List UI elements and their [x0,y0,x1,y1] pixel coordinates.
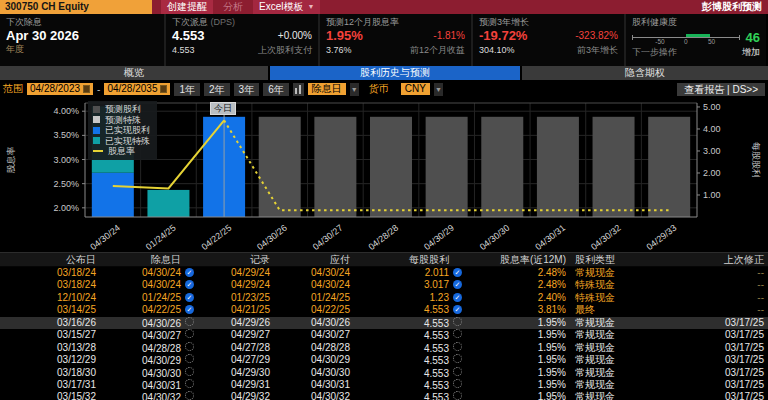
panel-forecast-yield: 预测12个月股息率 1.95% -1.81% 3.76% 前12个月收益 [320,14,473,66]
table-body: 03/18/2404/30/24✓04/29/2404/30/242.011✓2… [0,267,768,400]
bar-segment-forecast [314,117,356,217]
cell-dividend-type: 常规现金 [570,317,688,329]
y-axis-tick-right: 1.00 [703,190,721,200]
health-label: 股利健康度 [632,17,760,28]
bar-segment-forecast [481,117,523,217]
table-row[interactable]: 03/18/2404/30/24✓04/29/2404/30/243.017✓2… [0,279,768,291]
top-bar: 300750 CH Equity 创建提醒 分析 Excel模板 ▼ 彭博股利预… [0,0,768,14]
confirmed-check-icon: ✓ [185,293,194,302]
legend-item[interactable]: 已实现特殊 [93,136,150,147]
y-axis-tick-right: 2.00 [703,168,721,178]
table-row[interactable]: 12/10/2401/24/25✓01/23/2501/24/251.23✓2.… [0,292,768,304]
currency-select[interactable]: CNY [401,83,430,95]
legend-label: 已实现特殊 [105,136,150,147]
cell-ex-date: 04/30/27 [100,329,198,341]
create-alert-button[interactable]: 创建提醒 [161,0,213,14]
excel-template-button[interactable]: Excel模板 ▼ [253,0,320,14]
date-type-select[interactable]: 除息日 [308,83,346,95]
table-row[interactable]: 03/18/3004/30/3004/29/3004/30/304.5531.9… [0,367,768,379]
chart-legend: 预测股利预测特殊已实现股利已实现特殊股息率 [88,101,157,160]
cell-dps: 3.017✓ [354,279,466,291]
cell-announce-date: 03/18/24 [0,279,100,291]
legend-label: 已实现股利 [105,125,150,136]
period-3y-button[interactable]: 3年 [234,83,260,96]
column-header: 股利类型 [570,253,688,266]
x-axis-label: 04/30/32 [589,223,623,252]
cell-dps: 4.553✓ [354,304,466,316]
column-header: 公布日 [0,253,100,266]
x-axis-label: 01/24/25 [144,223,178,252]
pending-circle-icon [185,342,194,351]
table-row[interactable]: 03/16/2604/30/2604/29/2604/30/264.5531.9… [0,317,768,329]
panel-dividend-health: 股利健康度 -50 0 50 46 下一步操作 增加 [626,14,766,66]
view-report-button[interactable]: 查看报告 | DS>> [677,83,765,96]
tab-implied-options[interactable]: 隐含期权 [522,66,768,80]
cell-record-date: 04/27/28 [198,342,274,354]
legend-item[interactable]: 预测特殊 [93,115,150,126]
legend-item[interactable]: 股息率 [93,146,150,157]
cell-announce-date: 03/12/29 [0,354,100,366]
y-axis-title-left: 股息率 [6,147,16,174]
ticker-input[interactable]: 300750 CH Equity [0,0,152,14]
cell-dps: 4.553 [354,379,466,391]
cell-record-date: 04/29/26 [198,317,274,329]
period-6y-button[interactable]: 6年 [263,83,289,96]
cell-last-revised: 03/17/25 [688,367,768,379]
chevron-down-icon[interactable]: ▼ [350,83,359,96]
max-range-icon[interactable] [293,83,304,96]
cell-record-date: 04/29/24 [198,279,274,291]
cell-dividend-type: 常规现金 [570,379,688,391]
cell-last-revised: 03/17/25 [688,391,768,400]
table-row[interactable]: 03/15/2704/30/2704/29/2704/30/274.5531.9… [0,329,768,341]
pending-circle-icon [453,379,462,388]
tab-overview[interactable]: 概览 [0,66,268,80]
legend-swatch [93,106,100,113]
period-2y-button[interactable]: 2年 [204,83,230,96]
table-row[interactable]: 03/13/2804/28/2804/27/2804/28/284.5531.9… [0,342,768,354]
table-row[interactable]: 03/12/2904/30/2904/27/2904/30/294.5531.9… [0,354,768,366]
legend-item[interactable]: 预测股利 [93,104,150,115]
bar-segment-forecast [537,117,579,217]
cell-announce-date: 12/10/24 [0,292,100,304]
panel-next-dps: 下次派息 (DPS) 4.553 +0.00% 4.553 上次股利支付 [166,14,320,66]
range-start-input[interactable]: 04/28/2023 [27,83,93,95]
analyze-button[interactable]: 分析 [220,0,246,14]
cell-dps: 4.553 [354,367,466,379]
stats-strip: 下次除息 Apr 30 2026 年度 下次派息 (DPS) 4.553 +0.… [0,14,768,66]
pending-circle-icon [453,317,462,326]
cell-last-revised: -- [688,279,768,291]
cell-last-revised: -- [688,267,768,279]
cell-ex-date: 04/30/30 [100,367,198,379]
cell-record-date: 04/29/27 [198,329,274,341]
table-row[interactable]: 03/15/3204/30/3204/29/3204/30/324.5531.9… [0,391,768,400]
next-action-value: 增加 [742,47,760,58]
cell-dps: 4.553 [354,329,466,341]
table-row[interactable]: 03/17/3104/30/3104/29/3104/30/314.5531.9… [0,379,768,391]
cell-dps: 2.011✓ [354,267,466,279]
cell-record-date: 04/29/31 [198,379,274,391]
legend-item[interactable]: 已实现股利 [93,125,150,136]
table-row[interactable]: 03/14/2504/22/25✓04/21/2504/22/254.553✓3… [0,304,768,316]
x-axis-label: 04/30/30 [478,223,512,252]
period-1y-button[interactable]: 1年 [174,83,200,96]
range-end-input[interactable]: 04/28/2035 [104,83,170,95]
x-axis-label: 04/30/29 [422,223,456,252]
cell-ex-date: 04/30/24✓ [100,267,198,279]
legend-label: 股息率 [108,146,135,157]
range-start-value: 04/28/2023 [30,83,80,95]
cell-dps: 4.553 [354,342,466,354]
confirmed-check-icon: ✓ [453,305,462,314]
pending-circle-icon [185,317,194,326]
pending-circle-icon [185,379,194,388]
table-row[interactable]: 03/18/2404/30/24✓04/29/2404/30/242.011✓2… [0,267,768,279]
dividend-chart: 2.00%2.50%3.00%3.50%4.00%1.002.003.004.0… [0,98,768,252]
cell-payable-date: 04/30/30 [274,367,354,379]
trailing-growth-label: 前3年增长 [577,45,618,56]
cell-dividend-type: 最终 [570,304,688,316]
tab-dividend-history-forecast[interactable]: 股利历史与预测 [270,66,520,80]
legend-swatch [93,127,100,134]
cell-last-revised: 03/17/25 [688,329,768,341]
chevron-down-icon[interactable]: ▼ [434,83,443,96]
chevron-down-icon: ▼ [307,0,314,14]
y-axis-tick-left: 4.00% [53,106,79,116]
